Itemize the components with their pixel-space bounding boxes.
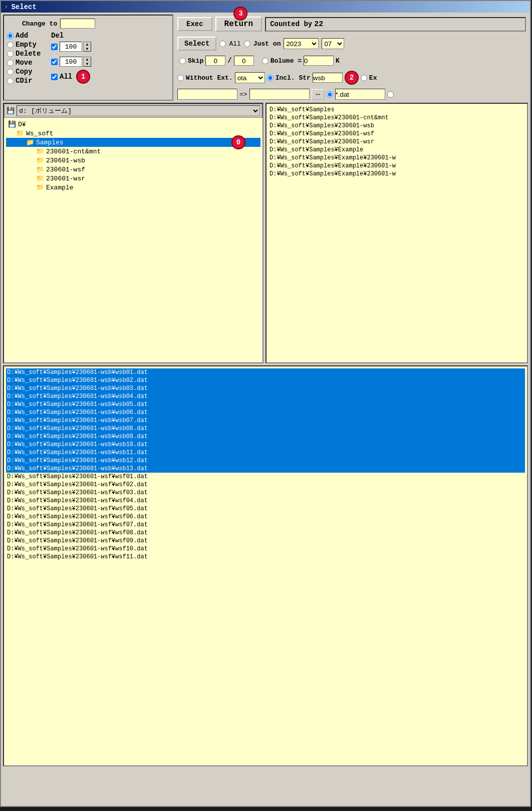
folder-wsf-icon: 📁 [36,165,44,173]
counted-by-value: 22 [314,20,323,29]
left-radio-panel: Change to Add Empty [3,15,173,101]
checkbox2[interactable] [51,59,58,65]
radio-without-ext[interactable] [177,75,184,81]
radio-copy-label: Copy [16,68,48,76]
top-panel: Change to Add Empty [3,15,528,101]
file-item-wsb09[interactable]: D:¥Ws_soft¥Samples¥230601-wsb¥wsb09.dat [6,433,525,441]
radio-copy: Copy [7,68,48,76]
radio-ex[interactable] [361,75,367,81]
inline-controls: Del 100 ▲ ▼ [51,32,91,85]
arrow-input1[interactable] [177,89,237,100]
tree-item-samples[interactable]: 📁 Samples 0 [6,138,260,147]
main-panels: 💾 d: [ボリューム] 💾 D¥ 📁 Ws_soft 📁 [3,103,528,363]
file-item-wsf10[interactable]: D:¥Ws_soft¥Samples¥230601-wsf¥wsf10.dat [6,545,525,553]
all-label: All [60,73,72,81]
counted-by-label: Counted by [270,20,312,28]
file-item-wsb12[interactable]: D:¥Ws_soft¥Samples¥230601-wsb¥wsb12.dat [6,457,525,465]
file-item-wsb08[interactable]: D:¥Ws_soft¥Samples¥230601-wsb¥wsb08.dat [6,425,525,433]
all-checkbox[interactable] [51,74,58,80]
badge-0: 0 [231,135,245,149]
tree-item-d[interactable]: 💾 D¥ [6,120,260,129]
exec-button[interactable]: Exec [177,17,212,31]
tree-item-cntmnt[interactable]: 📁 230601-cnt&mnt [6,147,260,156]
radio-dat[interactable] [327,91,333,98]
right-controls: Exec Return 3 Counted by 22 Select [175,15,528,101]
skip-input2[interactable] [234,56,254,66]
file-item-wsb02[interactable]: D:¥Ws_soft¥Samples¥230601-wsb¥wsb02.dat [6,376,525,384]
path-item: D:¥Ws_soft¥Samples¥230601-wsb [269,122,525,130]
radio-copy-input[interactable] [7,69,14,75]
drive-selector: 💾 d: [ボリューム] [4,104,262,118]
file-item-wsb11[interactable]: D:¥Ws_soft¥Samples¥230601-wsb¥wsb11.dat [6,449,525,457]
slash-separator: / [227,57,231,65]
file-item-wsf07[interactable]: D:¥Ws_soft¥Samples¥230601-wsf¥wsf07.dat [6,521,525,529]
tree-item-wsb[interactable]: 📁 230601-wsb [6,156,260,165]
path-item: D:¥Ws_soft¥Samples¥230601-wsf [269,130,525,138]
radio-cdir: CDir [7,77,48,85]
bolume-input[interactable] [304,56,334,66]
select-button[interactable]: Select [177,37,216,51]
files-list: D:¥Ws_soft¥Samples¥230601-wsb¥wsb01.dat … [3,365,528,766]
radio-delete-input[interactable] [7,51,14,57]
file-item-wsb06[interactable]: D:¥Ws_soft¥Samples¥230601-wsb¥wsb06.dat [6,409,525,417]
drive-select[interactable]: d: [ボリューム] [17,105,260,116]
radio-dat2[interactable] [387,91,394,98]
file-item-wsf11[interactable]: D:¥Ws_soft¥Samples¥230601-wsf¥wsf11.dat [6,553,525,561]
checkbox1[interactable] [51,44,58,50]
file-item-wsf08[interactable]: D:¥Ws_soft¥Samples¥230601-wsf¥wsf08.dat [6,529,525,537]
radio-incl-str[interactable] [267,75,274,81]
tree-item-wssoft[interactable]: 📁 Ws_soft [6,129,260,138]
file-item-wsb10[interactable]: D:¥Ws_soft¥Samples¥230601-wsb¥wsb10.dat [6,441,525,449]
radio-move-input[interactable] [7,60,14,66]
folder-wssoft-icon: 📁 [16,129,24,137]
window-content: Change to Add Empty [1,13,530,768]
path-item: D:¥Ws_soft¥Samples¥Example [269,146,525,154]
radio-empty-input[interactable] [7,42,14,48]
folder-example-icon: 📁 [36,183,44,191]
year-select[interactable]: 2023 [284,38,319,49]
title-bar: ⚡ Select [1,1,530,13]
file-item-wsf02[interactable]: D:¥Ws_soft¥Samples¥230601-wsf¥wsf02.dat [6,481,525,489]
file-item-wsf09[interactable]: D:¥Ws_soft¥Samples¥230601-wsf¥wsf09.dat [6,537,525,545]
radio-move: Move [7,59,48,67]
file-item-wsb01[interactable]: D:¥Ws_soft¥Samples¥230601-wsb¥wsb01.dat [6,368,525,376]
swap-button[interactable]: ↔ [312,89,325,100]
month-select[interactable]: 07 [322,38,344,49]
radio-bolume[interactable] [262,58,269,64]
file-item-wsf04[interactable]: D:¥Ws_soft¥Samples¥230601-wsf¥wsf04.dat [6,497,525,505]
incl-str-input[interactable] [313,73,343,83]
spin2-arrows[interactable]: ▲ ▼ [83,57,91,67]
file-item-wsb03[interactable]: D:¥Ws_soft¥Samples¥230601-wsb¥wsb03.dat [6,384,525,392]
file-item-wsf01[interactable]: D:¥Ws_soft¥Samples¥230601-wsf¥wsf01.dat [6,473,525,481]
badge-1: 1 [76,70,90,84]
radio-cdir-input[interactable] [7,78,14,84]
file-item-wsf05[interactable]: D:¥Ws_soft¥Samples¥230601-wsf¥wsf05.dat [6,505,525,513]
arrow-input2[interactable] [249,89,310,100]
tree-item-wsr[interactable]: 📁 230601-wsr [6,174,260,183]
file-item-wsf06[interactable]: D:¥Ws_soft¥Samples¥230601-wsf¥wsf06.dat [6,513,525,521]
file-item-wsf03[interactable]: D:¥Ws_soft¥Samples¥230601-wsf¥wsf03.dat [6,489,525,497]
file-item-wsb07[interactable]: D:¥Ws_soft¥Samples¥230601-wsb¥wsb07.dat [6,417,525,425]
ext-select[interactable]: ota [235,72,265,83]
path-item: D:¥Ws_soft¥Samples¥Example¥230601-w [269,162,525,170]
radio-add-input[interactable] [7,33,14,39]
radio-all[interactable] [219,41,226,47]
file-item-wsb04[interactable]: D:¥Ws_soft¥Samples¥230601-wsb¥wsb04.dat [6,392,525,400]
file-tree-panel: 💾 d: [ボリューム] 💾 D¥ 📁 Ws_soft 📁 [3,103,263,363]
spin1-arrows[interactable]: ▲ ▼ [83,42,91,52]
radio-skip[interactable] [179,58,186,64]
folder-wsb-icon: 📁 [36,156,44,164]
radio-delete-label: Delete [16,50,48,58]
file-item-wsb13[interactable]: D:¥Ws_soft¥Samples¥230601-wsb¥wsb13.dat [6,465,525,473]
file-item-wsb05[interactable]: D:¥Ws_soft¥Samples¥230601-wsb¥wsb05.dat [6,400,525,409]
skip-label: Skip [188,57,203,65]
spin2-row: 100 ▲ ▼ [60,57,91,67]
dat-input[interactable] [335,89,385,100]
all-row: All 1 [51,70,91,84]
tree-item-example[interactable]: 📁 Example [6,183,260,192]
radio-juston[interactable] [244,41,250,47]
skip-input1[interactable] [205,56,225,66]
change-to-input[interactable] [60,19,95,29]
tree-item-wsf[interactable]: 📁 230601-wsf [6,165,260,174]
select-row: Select All Just on 2023 07 [175,36,528,52]
